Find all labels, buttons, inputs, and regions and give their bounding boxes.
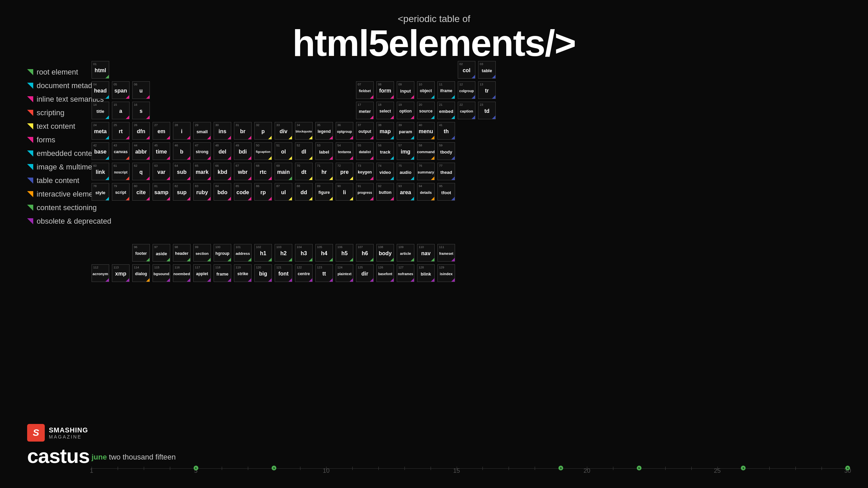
element-html[interactable]: 01 html bbox=[92, 61, 109, 79]
element-colgroup[interactable]: 12 colgroup bbox=[458, 81, 475, 99]
element-video[interactable]: 74 video bbox=[376, 163, 394, 180]
element-ul[interactable]: 87 ul bbox=[275, 183, 292, 201]
element-dfn[interactable]: 26 dfn bbox=[132, 122, 150, 140]
element-link[interactable]: 60 link bbox=[92, 163, 109, 180]
element-bdi[interactable]: 49 bdi bbox=[234, 142, 252, 160]
element-head[interactable]: 04 head bbox=[92, 81, 109, 99]
element-abbr[interactable]: 44 abbr bbox=[132, 142, 150, 160]
element-source[interactable]: 20 source bbox=[417, 102, 435, 119]
element-body[interactable]: 108 body bbox=[376, 244, 394, 262]
element-a[interactable]: 15 a bbox=[112, 102, 130, 119]
element-q[interactable]: 62 q bbox=[132, 163, 150, 180]
element-footer[interactable]: 96 footer bbox=[132, 244, 150, 262]
element-font[interactable]: 121 font bbox=[275, 264, 292, 282]
element-pre[interactable]: 72 pre bbox=[336, 163, 353, 180]
element-h4[interactable]: 105 h4 bbox=[315, 244, 333, 262]
element-frame[interactable]: 118 frame bbox=[214, 264, 231, 282]
element-datalist[interactable]: 55 datalist bbox=[356, 142, 374, 160]
element-command[interactable]: 58 command bbox=[417, 142, 435, 160]
element-rtc[interactable]: 68 rtc bbox=[254, 163, 272, 180]
element-del[interactable]: 48 del bbox=[214, 142, 231, 160]
element-bgsound[interactable]: 115 bgsound bbox=[153, 264, 170, 282]
element-span[interactable]: 05 span bbox=[112, 81, 130, 99]
element-tfoot[interactable]: 95 tfoot bbox=[437, 183, 455, 201]
element-nav[interactable]: 110 nav bbox=[417, 244, 435, 262]
element-address[interactable]: 101 address bbox=[234, 244, 252, 262]
element-small[interactable]: 29 small bbox=[193, 122, 211, 140]
element-main[interactable]: 69 main bbox=[275, 163, 292, 180]
element-s[interactable]: 16 s bbox=[132, 102, 150, 119]
element-code[interactable]: 85 code bbox=[234, 183, 252, 201]
element-embed[interactable]: 21 embed bbox=[437, 102, 455, 119]
element-area[interactable]: 93 area bbox=[397, 183, 414, 201]
element-label[interactable]: 53 label bbox=[315, 142, 333, 160]
element-map[interactable]: 38 map bbox=[376, 122, 394, 140]
element-keygen[interactable]: 73 keygen bbox=[356, 163, 374, 180]
element-i[interactable]: 28 i bbox=[173, 122, 191, 140]
element-col[interactable]: 02 col bbox=[458, 61, 475, 79]
element-dialog[interactable]: 114 dialog bbox=[132, 264, 150, 282]
element-thead[interactable]: 77 thead bbox=[437, 163, 455, 180]
element-kbd[interactable]: 66 kbd bbox=[214, 163, 231, 180]
element-samp[interactable]: 81 samp bbox=[153, 183, 170, 201]
element-li[interactable]: 90 li bbox=[336, 183, 353, 201]
element-aside[interactable]: 97 aside bbox=[153, 244, 170, 262]
element-base[interactable]: 42 base bbox=[92, 142, 109, 160]
element-bdo[interactable]: 84 bdo bbox=[214, 183, 231, 201]
element-figcaption[interactable]: 50 figcaption bbox=[254, 142, 272, 160]
element-style[interactable]: 78 style bbox=[92, 183, 109, 201]
element-h1[interactable]: 102 h1 bbox=[254, 244, 272, 262]
element-rt[interactable]: 25 rt bbox=[112, 122, 130, 140]
element-var[interactable]: 63 var bbox=[153, 163, 170, 180]
element-select[interactable]: 18 select bbox=[376, 102, 394, 119]
element-dl[interactable]: 52 dl bbox=[295, 142, 313, 160]
element-h3[interactable]: 104 h3 bbox=[295, 244, 313, 262]
element-big[interactable]: 120 big bbox=[254, 264, 272, 282]
element-wbr[interactable]: 67 wbr bbox=[234, 163, 252, 180]
element-noframes[interactable]: 127 noframes bbox=[397, 264, 414, 282]
element-noscript[interactable]: 61 noscript bbox=[112, 163, 130, 180]
element-noembed[interactable]: 116 noembed bbox=[173, 264, 191, 282]
element-details[interactable]: 94 details bbox=[417, 183, 435, 201]
element-option[interactable]: 19 option bbox=[397, 102, 414, 119]
element-applet[interactable]: 117 applet bbox=[193, 264, 211, 282]
element-div[interactable]: 33 div bbox=[275, 122, 292, 140]
element-cite[interactable]: 80 cite bbox=[132, 183, 150, 201]
element-xmp[interactable]: 113 xmp bbox=[112, 264, 130, 282]
element-br[interactable]: 31 br bbox=[234, 122, 252, 140]
element-fieldset[interactable]: 07 fieldset bbox=[356, 81, 374, 99]
element-table[interactable]: 03 table bbox=[478, 61, 496, 79]
element-dt[interactable]: 70 dt bbox=[295, 163, 313, 180]
element-track[interactable]: 56 track bbox=[376, 142, 394, 160]
element-u[interactable]: 06 u bbox=[132, 81, 150, 99]
element-h2[interactable]: 103 h2 bbox=[275, 244, 292, 262]
element-td[interactable]: 23 td bbox=[478, 102, 496, 119]
element-tt[interactable]: 123 tt bbox=[315, 264, 333, 282]
element-figure[interactable]: 89 figure bbox=[315, 183, 333, 201]
element-menu[interactable]: 40 menu bbox=[417, 122, 435, 140]
element-button[interactable]: 92 button bbox=[376, 183, 394, 201]
element-legend[interactable]: 35 legend bbox=[315, 122, 333, 140]
element-title[interactable]: 14 title bbox=[92, 102, 109, 119]
element-dd[interactable]: 88 dd bbox=[295, 183, 313, 201]
element-hr[interactable]: 71 hr bbox=[315, 163, 333, 180]
element-acronym[interactable]: 112 acronym bbox=[92, 264, 109, 282]
element-rp[interactable]: 86 rp bbox=[254, 183, 272, 201]
element-progress[interactable]: 91 progress bbox=[356, 183, 374, 201]
element-centre[interactable]: 122 centre bbox=[295, 264, 313, 282]
element-ruby[interactable]: 83 ruby bbox=[193, 183, 211, 201]
element-b[interactable]: 46 b bbox=[173, 142, 191, 160]
element-object[interactable]: 10 object bbox=[417, 81, 435, 99]
element-sup[interactable]: 82 sup bbox=[173, 183, 191, 201]
element-th[interactable]: 41 th bbox=[437, 122, 455, 140]
element-caption[interactable]: 22 caption bbox=[458, 102, 475, 119]
element-hgroup[interactable]: 100 hgroup bbox=[214, 244, 231, 262]
element-time[interactable]: 45 time bbox=[153, 142, 170, 160]
element-output[interactable]: 37 output bbox=[356, 122, 374, 140]
element-section[interactable]: 99 section bbox=[193, 244, 211, 262]
element-form[interactable]: 08 form bbox=[376, 81, 394, 99]
element-param[interactable]: 39 param bbox=[397, 122, 414, 140]
element-h6[interactable]: 107 h6 bbox=[356, 244, 374, 262]
element-ol[interactable]: 51 ol bbox=[275, 142, 292, 160]
element-strong[interactable]: 47 strong bbox=[193, 142, 211, 160]
